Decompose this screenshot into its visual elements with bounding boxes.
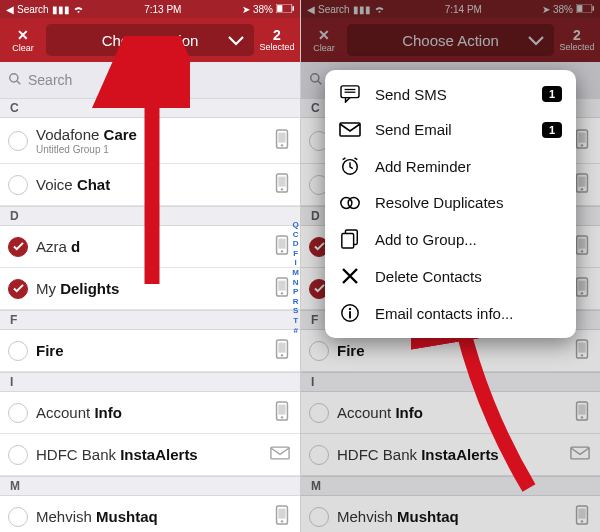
contact-row[interactable]: Account Info [301, 392, 600, 434]
contact-type-icons [570, 446, 590, 463]
index-letter[interactable]: I [295, 258, 297, 268]
svg-rect-15 [278, 281, 285, 291]
svg-rect-63 [340, 123, 360, 136]
section-header: M [301, 476, 600, 496]
svg-point-16 [281, 292, 283, 294]
contact-row[interactable]: Fire [0, 330, 300, 372]
index-letter[interactable]: S [293, 306, 298, 316]
checkbox-empty-icon[interactable] [8, 403, 28, 423]
choose-action-label: Choose Action [102, 32, 199, 49]
selected-label: Selected [259, 42, 294, 52]
checkbox-empty-icon[interactable] [8, 341, 28, 361]
svg-point-49 [581, 354, 583, 356]
svg-line-4 [17, 80, 21, 84]
checkbox-empty-icon[interactable] [8, 507, 28, 527]
phone-icon [574, 173, 590, 196]
contact-row[interactable]: Mehvish Mushtaq [301, 496, 600, 532]
index-letter[interactable]: C [293, 230, 299, 240]
contact-type-icons [274, 277, 290, 300]
contact-row[interactable]: My Delights [0, 268, 300, 310]
choose-action-button[interactable]: Choose Action [347, 24, 554, 56]
action-popup: Send SMS1Send Email1Add ReminderResolve … [325, 70, 576, 338]
svg-rect-45 [578, 281, 585, 291]
left-screenshot: ◀ Search ▮▮▮ 7:13 PM ➤ 38% ✕ Clear [0, 0, 300, 532]
popup-item-alarm[interactable]: Add Reminder [325, 147, 576, 185]
contact-name: My Delights [36, 280, 274, 297]
phone-icon [274, 235, 290, 258]
clear-button[interactable]: ✕ Clear [307, 27, 341, 53]
index-letter[interactable]: R [293, 297, 299, 307]
checkbox-empty-icon[interactable] [8, 445, 28, 465]
contact-row[interactable]: HDFC Bank InstaAlerts [0, 434, 300, 476]
svg-point-13 [281, 250, 283, 252]
checkbox-checked-icon[interactable] [8, 237, 28, 257]
contact-list-left[interactable]: QCDFIMNPRST# CVodafone CareUntitled Grou… [0, 98, 300, 532]
popup-item-x[interactable]: Delete Contacts [325, 258, 576, 294]
popup-item-label: Send SMS [375, 86, 528, 103]
checkbox-checked-icon[interactable] [8, 279, 28, 299]
svg-rect-6 [278, 133, 285, 143]
contact-type-icons [574, 235, 590, 258]
svg-point-19 [281, 354, 283, 356]
contact-type-icons [274, 173, 290, 196]
contact-name: Mehvish Mushtaq [337, 508, 574, 525]
popup-item-dup[interactable]: Resolve Duplicates [325, 185, 576, 220]
contact-row[interactable]: Account Info [0, 392, 300, 434]
popup-item-label: Email contacts info... [375, 305, 562, 322]
section-header: D [0, 206, 300, 226]
index-letter[interactable]: M [292, 268, 299, 278]
checkbox-empty-icon[interactable] [309, 403, 329, 423]
svg-rect-9 [278, 177, 285, 187]
choose-action-button[interactable]: Choose Action [46, 24, 254, 56]
contact-row[interactable]: Mehvish Mushtaq [0, 496, 300, 532]
svg-rect-32 [592, 6, 594, 11]
clear-label: Clear [313, 43, 335, 53]
alarm-icon [339, 156, 361, 176]
contact-name: Account Info [337, 404, 574, 421]
contact-row[interactable]: HDFC Bank InstaAlerts [301, 434, 600, 476]
index-letter[interactable]: # [293, 326, 297, 336]
x-icon [339, 267, 361, 285]
popup-item-sms[interactable]: Send SMS1 [325, 76, 576, 112]
phone-icon [574, 339, 590, 362]
index-letter[interactable]: F [293, 249, 298, 259]
popup-item-mail[interactable]: Send Email1 [325, 112, 576, 147]
contact-row[interactable]: Vodafone CareUntitled Group 1 [0, 118, 300, 164]
contact-row[interactable]: Azra d [0, 226, 300, 268]
index-letter[interactable]: T [293, 316, 298, 326]
popup-item-group[interactable]: Add to Group... [325, 220, 576, 258]
popup-item-info[interactable]: Email contacts info... [325, 294, 576, 332]
wifi-icon [374, 4, 385, 15]
svg-point-56 [581, 520, 583, 522]
popup-item-label: Add Reminder [375, 158, 562, 175]
section-header: I [301, 372, 600, 392]
battery-pct: 38% [553, 4, 573, 15]
checkbox-empty-icon[interactable] [309, 507, 329, 527]
checkbox-empty-icon[interactable] [8, 175, 28, 195]
mail-icon [570, 446, 590, 463]
phone-icon [274, 277, 290, 300]
contact-type-icons [574, 505, 590, 528]
svg-point-33 [311, 73, 319, 81]
contact-type-icons [274, 235, 290, 258]
svg-point-26 [281, 520, 283, 522]
search-field[interactable]: Search [0, 62, 300, 98]
selected-count: 2 [573, 28, 581, 42]
checkbox-empty-icon[interactable] [8, 131, 28, 151]
checkbox-empty-icon[interactable] [309, 445, 329, 465]
checkbox-empty-icon[interactable] [309, 341, 329, 361]
contact-type-icons [274, 339, 290, 362]
mail-icon [270, 446, 290, 463]
contact-name: HDFC Bank InstaAlerts [36, 446, 270, 463]
index-letter[interactable]: D [293, 239, 299, 249]
index-bar[interactable]: QCDFIMNPRST# [292, 220, 299, 335]
svg-point-40 [581, 188, 583, 190]
svg-rect-39 [578, 177, 585, 187]
index-letter[interactable]: N [293, 278, 299, 288]
contact-row[interactable]: Voice Chat [0, 164, 300, 206]
phone-icon [274, 129, 290, 152]
popup-badge: 1 [542, 86, 562, 102]
clear-button[interactable]: ✕ Clear [6, 27, 40, 53]
index-letter[interactable]: Q [293, 220, 299, 230]
index-letter[interactable]: P [293, 287, 298, 297]
